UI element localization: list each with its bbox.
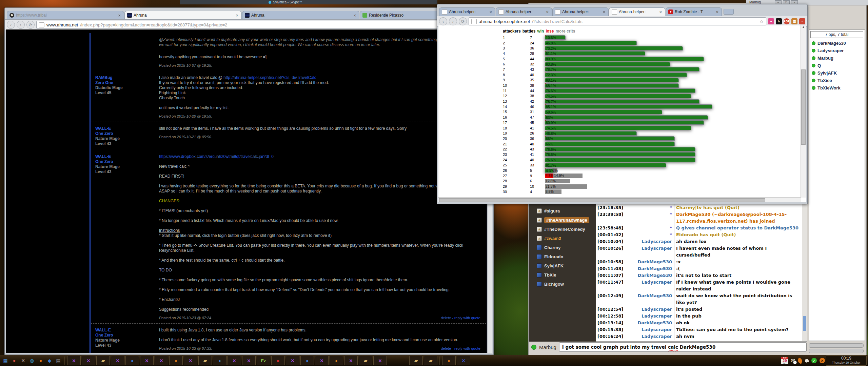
taskbar-window-button[interactable]: ● [125,356,139,365]
query-item[interactable]: Charmy [529,243,596,252]
user-list-item[interactable]: Marbug [809,54,865,62]
horizontal-scrollbar-thumb[interactable] [439,198,765,202]
xchat-icon[interactable]: ✕ [19,357,27,365]
tab-close-icon[interactable]: × [602,9,606,15]
forward-button[interactable]: › [449,17,457,25]
taskbar-window-button[interactable]: ✕ [184,356,197,365]
post-author-kingdom[interactable]: One Zero [95,333,156,338]
post-author-name[interactable]: RAMBug [95,75,156,80]
browser-tab[interactable]: Ahruna-helper: × [609,7,665,16]
extension-icon-share[interactable]: ⌁ [768,18,774,24]
browser-tab[interactable]: Ahruna-helper: × [496,7,552,16]
post-line[interactable]: https://www.dropbox.com/s/ercuhhz0wtmi9q… [159,154,480,159]
taskbar-window-button[interactable]: ▰ [96,356,110,365]
extension-icon-h[interactable]: h [776,18,782,24]
browser-icon[interactable]: ● [10,357,18,365]
taskbar-window-button[interactable]: ✕ [242,356,256,365]
calendar-tray-icon[interactable]: THU 29 OCT [781,357,788,364]
alert-tray-icon[interactable]: ✕ [820,358,825,363]
browser-tab[interactable]: Ahruna× [124,11,242,19]
vertical-scrollbar-thumb[interactable] [801,69,806,145]
chat-scrollbar-thumb[interactable] [803,316,806,331]
tab-close-icon[interactable]: × [353,13,357,18]
taskbar-window-button[interactable]: ▰ [409,356,423,365]
taskbar-window-button[interactable]: ● [442,356,456,365]
taskbar-window-button[interactable]: ▰ [198,356,212,365]
query-item[interactable]: Bichigow [529,280,596,289]
address-bar[interactable]: ahruna-helper.sephtex.net/?cls=divTravel… [469,17,766,25]
clock[interactable]: 00:19 Thursday 29 October [826,355,867,366]
taskbar-window-button[interactable]: ● [300,356,314,365]
taskbar-window-button[interactable]: ✕ [140,356,154,365]
post-author-name[interactable]: WALL-E [95,328,156,333]
user-list-item[interactable]: Ladyscraper [809,47,865,54]
browser-menu-icon[interactable]: ≡ [799,18,805,24]
vertical-scrollbar[interactable]: ▲ [801,25,806,198]
address-bar[interactable]: www.ahruna.net/index.php?page=kingdom&ac… [36,21,491,29]
taskbar-window-button[interactable]: ● [213,356,226,365]
channel-item[interactable]: ##TheDivineComedy [529,225,596,234]
channel-item[interactable]: ##theAhrunaownage [529,216,596,225]
browser-tab[interactable]: Rob Zombie - T× [666,7,722,16]
taskbar-window-button[interactable]: ✕ [228,356,241,365]
app-launcher-icon[interactable]: ▦ [1,357,9,365]
firefox-icon[interactable]: ● [37,357,45,365]
notification-bell-icon[interactable] [805,359,809,362]
browser-tab[interactable]: Ahruna× [242,11,359,19]
taskbar-window-button[interactable]: ✕ [155,356,168,365]
back-button[interactable]: ‹ [7,21,15,29]
irc-scrollbar-horizontal[interactable] [809,343,864,348]
reload-button[interactable]: ⟳ [459,17,467,25]
query-item[interactable]: TbXie [529,270,596,280]
query-item[interactable]: Sylv|AFK [529,261,596,270]
update-ok-tray-icon[interactable]: ✓ [811,358,817,363]
taskbar-window-button[interactable]: ▰ [359,356,372,365]
reload-button[interactable]: ⟳ [26,21,35,29]
mail-tray-icon[interactable]: ✉1 [791,358,795,364]
extension-icon-amber[interactable]: ▥ [791,18,797,24]
post-author-kingdom[interactable]: One Zero [95,159,156,164]
user-list-item[interactable]: TbXieWork [809,84,865,92]
tab-close-icon[interactable]: × [658,9,663,15]
taskbar-window-button[interactable]: ✕ [111,356,124,365]
globe-icon[interactable]: ◍ [28,357,36,365]
browser-tab[interactable]: Ahruna-helper: × [439,7,495,16]
channel-item[interactable]: ##zwam2 [529,234,596,243]
irc-scrollbar-horizontal-2[interactable] [809,349,864,353]
tab-close-icon[interactable]: × [489,9,493,15]
tab-close-icon[interactable]: × [235,13,239,18]
user-list-item[interactable]: Q [809,62,865,69]
taskbar-window-button[interactable]: ✕ [373,356,387,365]
taskbar-window-button[interactable]: ✕ [82,356,95,365]
user-list-item[interactable]: DarkMage530 [809,39,865,47]
post-author-kingdom[interactable]: Zero One [95,80,156,85]
adblock-plus-icon[interactable]: ABP [784,18,790,24]
back-button[interactable]: ‹ [439,17,447,25]
tab-close-icon[interactable]: × [545,9,549,15]
taskbar-window-button[interactable]: ✕ [457,356,470,365]
horizontal-scrollbar[interactable] [438,197,801,202]
terminal-icon[interactable]: ▤ [54,357,62,365]
post-link[interactable]: http://ahruna-helper.sephtex.net/?cls=di… [223,75,316,80]
taskbar-window-button[interactable]: ● [330,356,343,365]
user-list-item[interactable]: Sylv|AFK [809,69,865,77]
browser-tab[interactable]: https://www.tribal× [7,11,124,19]
irc-message-input[interactable]: I got some cool graph put into my travel… [559,342,807,352]
post-actions[interactable]: delete - reply with quote [441,346,480,351]
taskbar-window-button[interactable]: ■ [271,356,285,365]
taskbar-window-button[interactable]: ✕ [315,356,329,365]
post-author-kingdom[interactable]: One Zero [95,131,156,136]
post-author-name[interactable]: WALL-E [95,126,156,131]
tab-close-icon[interactable]: × [715,9,719,15]
post-author-name[interactable]: WALL-E [95,154,156,159]
browser-tab[interactable]: Ahruna-helper: × [552,7,609,16]
user-list-item[interactable]: TbXiee [809,77,865,84]
tab-close-icon[interactable]: × [117,13,121,18]
taskbar-window-button[interactable]: ✕ [344,356,358,365]
bookmark-star-icon[interactable]: ☆ [760,19,764,24]
skype-icon[interactable]: ◆ [45,357,54,365]
taskbar-window-button[interactable]: ● [169,356,183,365]
new-tab-button[interactable] [724,9,734,15]
taskbar-window-button[interactable]: ▰ [424,356,437,365]
post-actions[interactable]: delete - reply with quote [441,316,480,321]
